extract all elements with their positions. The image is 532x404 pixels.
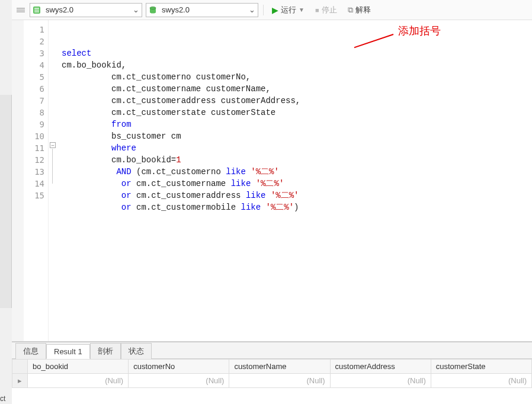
annotation-text: 添加括号 — [398, 25, 441, 37]
results-tab[interactable]: 状态 — [121, 343, 152, 359]
stop-button-label: 停止 — [322, 5, 337, 15]
left-stub — [0, 95, 12, 308]
line-number: 4 — [24, 59, 44, 71]
editor-margin — [12, 20, 24, 341]
cell-value: (Null) — [436, 376, 527, 385]
results-panel: 信息Result 1剖析状态 bo_bookidcustomerNocustom… — [12, 341, 532, 404]
code-line[interactable]: from — [62, 118, 532, 130]
code-line[interactable]: or cm.ct_customeraddress like '%二%' — [62, 190, 532, 201]
code-area[interactable]: selectcm.bo_bookid, cm.ct_customerno cus… — [58, 20, 532, 341]
results-tab[interactable]: 信息 — [15, 343, 46, 359]
chevron-down-icon: ▼ — [299, 7, 305, 13]
code-line[interactable]: where — [62, 142, 532, 154]
table-row[interactable]: ▸(Null)(Null)(Null)(Null)(Null) — [12, 374, 532, 388]
results-tabs: 信息Result 1剖析状态 — [12, 342, 532, 359]
line-number: 15 — [24, 190, 44, 201]
play-icon: ▶ — [272, 5, 278, 15]
line-number: 3 — [24, 47, 44, 59]
code-line[interactable]: or cm.ct_customername like '%二%' — [62, 178, 532, 190]
row-indicator: ▸ — [12, 374, 28, 388]
database-select[interactable]: swys2.0 ⌄ — [146, 3, 258, 17]
run-button-label: 运行 — [281, 5, 296, 15]
line-number: 6 — [24, 83, 44, 95]
connection-select[interactable]: swys2.0 ⌄ — [30, 3, 142, 17]
stop-icon: ■ — [315, 7, 319, 14]
code-line[interactable]: cm.ct_customername customerName, — [62, 83, 532, 95]
code-line[interactable]: cm.bo_bookid=1 — [62, 154, 532, 166]
code-line[interactable]: select — [62, 47, 532, 59]
connection-icon — [33, 6, 41, 14]
code-line[interactable]: cm.ct_customerstate customerState — [62, 107, 532, 118]
code-line[interactable]: cm.ct_customeraddress customerAddress, — [62, 95, 532, 107]
toolbar-grip-icon — [17, 8, 25, 12]
toolbar-separator — [263, 5, 264, 15]
table-cell[interactable]: (Null) — [229, 374, 330, 388]
run-button[interactable]: ▶ 运行 ▼ — [268, 4, 308, 17]
explain-icon: ⧉ — [348, 5, 353, 15]
results-tab[interactable]: Result 1 — [46, 344, 90, 359]
line-number: 14 — [24, 178, 44, 190]
code-line[interactable]: AND (cm.ct_customerno like '%二%' — [62, 166, 532, 178]
line-number: 13 — [24, 166, 44, 178]
table-cell[interactable]: (Null) — [129, 374, 229, 388]
fold-gutter: − — [49, 20, 58, 341]
cell-value: (Null) — [133, 376, 224, 385]
fold-line — [52, 149, 53, 184]
code-line[interactable]: cm.ct_customerno customerNo, — [62, 71, 532, 83]
column-header[interactable]: customerName — [229, 360, 330, 374]
table-cell[interactable]: (Null) — [28, 374, 129, 388]
main-area: swys2.0 ⌄ swys2.0 ⌄ ▶ 运行 ▼ ■ 停止 ⧉ 解释 — [12, 0, 532, 404]
results-table: bo_bookidcustomerNocustomerNamecustomerA… — [12, 359, 532, 388]
explain-button[interactable]: ⧉ 解释 — [344, 4, 374, 17]
line-number-gutter: 123456789101112131415 — [24, 20, 49, 341]
cell-value: (Null) — [33, 376, 123, 385]
line-number: 11 — [24, 142, 44, 154]
editor: 123456789101112131415 − selectcm.bo_book… — [12, 20, 532, 341]
table-cell[interactable]: (Null) — [431, 374, 531, 388]
chevron-down-icon: ⌄ — [249, 5, 255, 14]
database-select-value: swys2.0 — [162, 5, 190, 14]
code-line[interactable]: cm.bo_bookid, — [62, 59, 532, 71]
line-number: 10 — [24, 130, 44, 142]
row-header-blank — [12, 360, 28, 374]
table-cell[interactable]: (Null) — [330, 374, 431, 388]
line-number: 1 — [24, 24, 44, 36]
code-line[interactable]: or cm.ct_customermobile like '%二%') — [62, 201, 532, 213]
stop-button[interactable]: ■ 停止 — [312, 4, 341, 17]
column-header[interactable]: customerAddress — [330, 360, 431, 374]
toolbar: swys2.0 ⌄ swys2.0 ⌄ ▶ 运行 ▼ ■ 停止 ⧉ 解释 — [12, 0, 532, 20]
column-header[interactable]: customerNo — [129, 360, 229, 374]
truncated-label: ct — [0, 395, 5, 403]
results-grid[interactable]: bo_bookidcustomerNocustomerNamecustomerA… — [12, 359, 532, 404]
line-number: 2 — [24, 36, 44, 47]
line-number: 9 — [24, 118, 44, 130]
cell-value: (Null) — [234, 376, 325, 385]
fold-handle[interactable]: − — [50, 142, 56, 148]
code-line[interactable]: bs_customer cm — [62, 130, 532, 142]
column-header[interactable]: bo_bookid — [28, 360, 129, 374]
results-tab[interactable]: 剖析 — [90, 343, 121, 359]
chevron-down-icon: ⌄ — [133, 5, 139, 14]
line-number: 7 — [24, 95, 44, 107]
outer-gutter — [0, 0, 12, 404]
line-number: 5 — [24, 71, 44, 83]
column-header[interactable]: customerState — [431, 360, 531, 374]
line-number: 12 — [24, 154, 44, 166]
database-icon — [149, 6, 157, 14]
explain-button-label: 解释 — [355, 5, 371, 15]
connection-select-value: swys2.0 — [46, 5, 73, 14]
cell-value: (Null) — [335, 376, 426, 385]
line-number: 8 — [24, 107, 44, 118]
